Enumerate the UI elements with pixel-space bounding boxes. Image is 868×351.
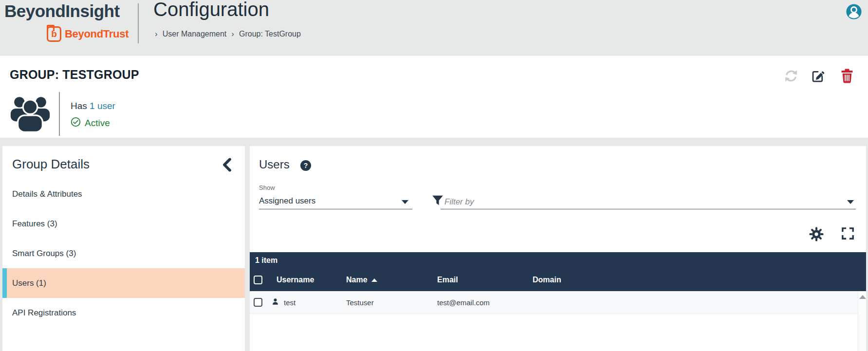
scroll-up-icon[interactable] — [859, 295, 866, 299]
breadcrumb-group-testgroup[interactable]: Group: TestGroup — [239, 30, 301, 38]
grid-header-row: Username Name Email Domain — [250, 269, 866, 291]
beyondtrust-logo: b BeyondTrust — [47, 26, 129, 42]
column-header-domain[interactable]: Domain — [533, 276, 866, 284]
user-avatar-icon[interactable] — [846, 3, 862, 20]
beyondtrust-logo-text: BeyondTrust — [65, 28, 129, 40]
sidebar-item-features[interactable]: Features (3) — [2, 209, 245, 239]
users-grid: 1 item Username Name Email Domain — [250, 252, 866, 351]
status-badge: Active — [71, 117, 115, 129]
sidebar-title: Group Details — [12, 157, 90, 172]
top-header: BeyondInsight b BeyondTrust Configuratio… — [0, 0, 868, 55]
cell-username: test — [272, 298, 346, 307]
user-count: Has 1 user — [71, 101, 115, 111]
app: BeyondInsight b BeyondTrust Configuratio… — [0, 0, 868, 351]
column-header-email[interactable]: Email — [437, 276, 533, 284]
group-title: GROUP: TESTGROUP — [10, 68, 139, 82]
chevron-down-icon — [402, 200, 408, 204]
show-label: Show — [259, 184, 275, 191]
check-circle-icon — [71, 117, 81, 129]
column-header-name[interactable]: Name — [346, 276, 437, 284]
group-users-icon — [10, 91, 50, 137]
cell-name: Testuser — [346, 298, 437, 307]
table-row[interactable]: test Testuser test@email.com — [250, 291, 866, 314]
sidebar-item-details-attributes[interactable]: Details & Attributes — [2, 179, 245, 209]
grid-tools — [808, 227, 866, 243]
grid-count-bar: 1 item — [250, 252, 866, 269]
sidebar-nav: Details & Attributes Features (3) Smart … — [2, 179, 245, 328]
sidebar-item-smart-groups[interactable]: Smart Groups (3) — [2, 239, 245, 268]
sidebar-item-api-registrations[interactable]: API Registrations — [2, 298, 245, 328]
filter-chevron-down-icon[interactable] — [847, 200, 854, 204]
grid-scrollbar[interactable] — [858, 291, 866, 351]
gear-icon[interactable] — [809, 227, 824, 243]
header-divider — [138, 3, 139, 43]
help-icon[interactable]: ? — [300, 160, 311, 171]
sort-asc-icon — [371, 278, 377, 282]
person-icon — [272, 298, 279, 307]
card-divider — [59, 92, 60, 136]
user-count-link[interactable]: 1 user — [90, 101, 115, 111]
row-select-cell — [250, 298, 272, 307]
select-all-checkbox[interactable] — [254, 276, 262, 284]
show-select[interactable]: Assigned users — [259, 193, 412, 209]
delete-icon[interactable] — [841, 69, 853, 85]
users-panel-title: Users — [259, 158, 290, 171]
has-label: Has — [71, 101, 87, 111]
cell-email: test@email.com — [437, 298, 533, 307]
row-checkbox[interactable] — [254, 298, 262, 307]
users-panel: Users ? Show Assigned users — [250, 146, 866, 351]
group-summary-card: GROUP: TESTGROUP — [0, 55, 868, 138]
column-header-username[interactable]: Username — [272, 276, 346, 284]
status-label: Active — [85, 118, 110, 129]
product-name: BeyondInsight — [4, 1, 120, 21]
expand-icon[interactable] — [841, 227, 854, 243]
breadcrumb-chevron-icon: › — [231, 29, 234, 39]
edit-icon[interactable] — [811, 69, 825, 85]
refresh-icon[interactable] — [784, 69, 798, 85]
show-select-value: Assigned users — [259, 196, 315, 206]
beyondtrust-logo-icon: b — [47, 26, 61, 42]
breadcrumb: › User Management › Group: TestGroup — [155, 29, 301, 39]
filter-field — [441, 193, 856, 209]
breadcrumb-user-management[interactable]: User Management — [163, 30, 227, 38]
page-title: Configuration — [153, 0, 269, 20]
breadcrumb-chevron-icon: › — [155, 29, 158, 39]
sidebar-item-users[interactable]: Users (1) — [2, 268, 245, 298]
collapse-chevron-icon[interactable] — [221, 158, 234, 174]
filter-input[interactable] — [444, 197, 829, 207]
group-details-sidebar: Group Details Details & Attributes Featu… — [2, 146, 245, 351]
group-meta: Has 1 user Active — [71, 101, 115, 129]
select-all-cell — [250, 276, 272, 284]
